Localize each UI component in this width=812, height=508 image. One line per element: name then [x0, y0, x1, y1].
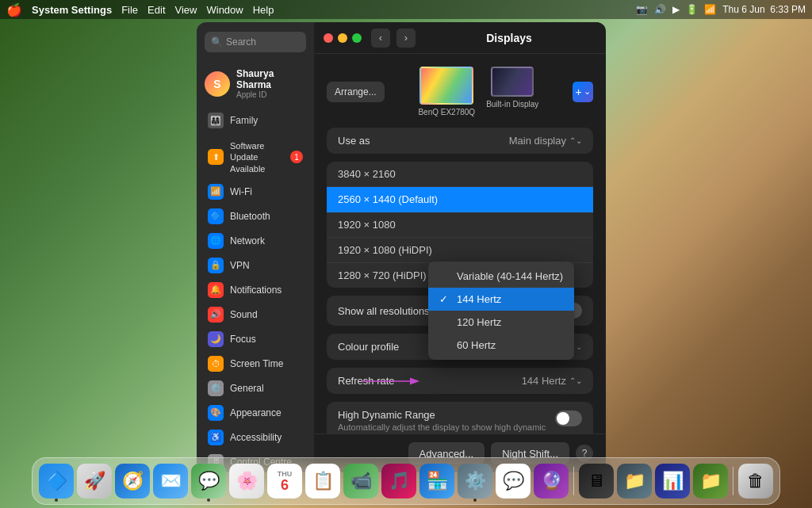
apple-menu[interactable]: 🍎 — [6, 2, 22, 17]
check-icon-120 — [439, 316, 450, 328]
window-menu[interactable]: Window — [206, 4, 243, 16]
sidebar-label-focus: Focus — [230, 334, 256, 345]
traffic-lights — [324, 33, 362, 43]
res-item-2560[interactable]: 2560 × 1440 (Default) — [327, 187, 593, 212]
sidebar-item-network[interactable]: 🌐 Network — [200, 229, 311, 253]
sidebar-scroll: 📶 Wi-Fi 🔷 Bluetooth 🌐 Network 🔒 VPN 🔔 No… — [197, 179, 314, 472]
sound-icon: 🔊 — [208, 307, 224, 323]
menubar-play-icon: ▶ — [672, 4, 680, 15]
dock-finder[interactable]: 🔷 — [39, 464, 74, 498]
display-thumb-builtin[interactable]: Built-in Display — [486, 67, 538, 116]
file-menu[interactable]: File — [121, 4, 138, 16]
chevron-down-icon: ⌃⌄ — [569, 136, 582, 145]
sidebar-item-notifications[interactable]: 🔔 Notifications — [200, 278, 311, 302]
software-update-badge: 1 — [290, 151, 303, 163]
dock-safari[interactable]: 🧭 — [115, 464, 150, 498]
family-label: Family — [230, 115, 258, 126]
sidebar-item-appearance[interactable]: 🎨 Appearance — [200, 401, 311, 425]
hdr-info: High Dynamic Range Automatically adjust … — [338, 409, 555, 434]
dock-facetime[interactable]: 📹 — [343, 464, 378, 498]
add-display-button[interactable]: + ⌄ — [573, 82, 593, 102]
close-button[interactable] — [324, 33, 333, 43]
benq-thumbnail — [419, 67, 473, 105]
arrange-button[interactable]: Arrange... — [327, 82, 385, 102]
use-as-text: Main display — [509, 135, 566, 147]
wifi-icon: 📶 — [208, 184, 224, 200]
dock-unknown2[interactable]: 🖥 — [579, 464, 614, 498]
dropdown-item-120[interactable]: 120 Hertz — [428, 311, 574, 334]
sidebar-user[interactable]: S Shaurya Sharma Apple ID — [197, 62, 314, 105]
use-as-label: Use as — [338, 135, 509, 147]
dock-unknown1[interactable]: 🔮 — [534, 464, 569, 498]
hdr-subtext: Automatically adjust the display to show… — [338, 422, 555, 434]
minimize-button[interactable] — [338, 33, 347, 43]
menubar-datetime: Thu 6 Jun 6:33 PM — [722, 4, 806, 15]
dock-appstore[interactable]: 🏪 — [419, 464, 454, 498]
hdr-toggle[interactable] — [555, 411, 582, 426]
dropdown-label-variable: Variable (40-144 Hertz) — [457, 270, 563, 282]
bluetooth-icon: 🔷 — [208, 208, 224, 224]
dock-unknown5[interactable]: 📁 — [693, 464, 728, 498]
builtin-thumbnail — [491, 67, 534, 97]
dock-reminders[interactable]: 📋 — [305, 464, 340, 498]
main-content: ‹ › Displays Arrange... BenQ EX2780Q Bui… — [314, 22, 606, 472]
check-icon-variable — [439, 270, 450, 282]
dock-trash[interactable]: 🗑 — [738, 464, 773, 498]
dropdown-item-variable[interactable]: Variable (40-144 Hertz) — [428, 265, 574, 288]
search-placeholder: Search — [226, 36, 256, 48]
res-item-1920-hidpi[interactable]: 1920 × 1080 (HiDPI) — [327, 238, 593, 263]
edit-menu[interactable]: Edit — [147, 4, 165, 16]
dock-calendar[interactable]: THU 6 — [267, 464, 302, 498]
dock-unknown3[interactable]: 📁 — [617, 464, 652, 498]
sidebar-label-network: Network — [230, 235, 265, 246]
dock-launchpad[interactable]: 🚀 — [77, 464, 112, 498]
hdr-label: High Dynamic Range — [338, 409, 555, 421]
dock-unknown4[interactable]: 📊 — [655, 464, 690, 498]
refresh-rate-dropdown: Variable (40-144 Hertz) ✓ 144 Hertz 120 … — [428, 262, 574, 360]
back-button[interactable]: ‹ — [371, 29, 390, 48]
menubar-volume-icon[interactable]: 🔊 — [654, 4, 666, 15]
sidebar-label-sound: Sound — [230, 309, 258, 320]
dock-music[interactable]: 🎵 — [381, 464, 416, 498]
res-item-3840[interactable]: 3840 × 2160 — [327, 162, 593, 187]
dropdown-item-60[interactable]: 60 Hertz — [428, 334, 574, 357]
sidebar-item-sound[interactable]: 🔊 Sound — [200, 303, 311, 327]
search-bar[interactable]: 🔍 Search — [205, 32, 306, 52]
refresh-rate-row[interactable]: Refresh rate 144 Hertz ⌃⌄ — [327, 368, 593, 394]
dock-messages[interactable]: 💬 — [191, 464, 226, 498]
sidebar-item-software-update[interactable]: ⬆ Software Update Available 1 — [200, 136, 311, 178]
accessibility-icon: ♿ — [208, 430, 224, 445]
content-area: Arrange... BenQ EX2780Q Built-in Display… — [314, 54, 606, 434]
forward-button[interactable]: › — [396, 29, 416, 48]
sidebar-item-screen-time[interactable]: ⏱ Screen Time — [200, 352, 311, 376]
chevron-icon: ⌄ — [584, 86, 591, 97]
menubar-wifi-icon[interactable]: 📶 — [704, 4, 716, 15]
display-thumb-benq[interactable]: BenQ EX2780Q — [418, 67, 475, 116]
dock-slack[interactable]: 💬 — [496, 464, 530, 498]
sidebar-label-notifications: Notifications — [230, 285, 282, 296]
sidebar-item-family[interactable]: 👨‍👩‍👧 Family — [200, 109, 311, 132]
use-as-value[interactable]: Main display ⌃⌄ — [509, 135, 582, 147]
maximize-button[interactable] — [352, 33, 362, 43]
sidebar-item-vpn[interactable]: 🔒 VPN — [200, 254, 311, 277]
dropdown-item-144[interactable]: ✓ 144 Hertz — [428, 288, 574, 311]
help-menu[interactable]: Help — [253, 4, 274, 16]
dock-systemsettings[interactable]: ⚙️ — [458, 464, 492, 498]
family-icon: 👨‍👩‍👧 — [208, 113, 224, 128]
sidebar-item-wifi[interactable]: 📶 Wi-Fi — [200, 180, 311, 204]
refresh-rate-card: Refresh rate 144 Hertz ⌃⌄ — [327, 368, 593, 394]
use-as-card: Use as Main display ⌃⌄ — [327, 128, 593, 154]
check-icon-144: ✓ — [439, 293, 450, 305]
sidebar-item-accessibility[interactable]: ♿ Accessibility — [200, 426, 311, 449]
dock-photos[interactable]: 🌸 — [229, 464, 264, 498]
sidebar-item-general[interactable]: ⚙️ General — [200, 376, 311, 400]
dock-mail[interactable]: ✉️ — [153, 464, 188, 498]
screen-time-icon: ⏱ — [208, 356, 224, 372]
sidebar-item-bluetooth[interactable]: 🔷 Bluetooth — [200, 204, 311, 228]
res-item-1920[interactable]: 1920 × 1080 — [327, 212, 593, 238]
sidebar-item-focus[interactable]: 🌙 Focus — [200, 327, 311, 351]
view-menu[interactable]: View — [175, 4, 197, 16]
app-menu[interactable]: System Settings — [32, 4, 112, 16]
appearance-icon: 🎨 — [208, 405, 224, 421]
refresh-rate-value[interactable]: 144 Hertz ⌃⌄ — [522, 375, 582, 387]
